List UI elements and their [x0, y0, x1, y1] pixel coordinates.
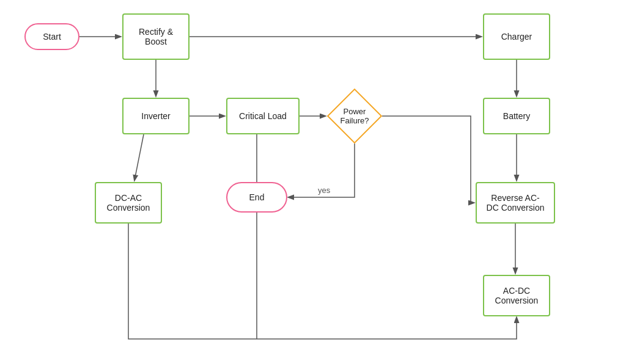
reverse-ac-dc-node: Reverse AC- DC Conversion [476, 182, 555, 224]
power-failure-node: Power Failure? [327, 89, 382, 144]
dc-ac-node: DC-AC Conversion [95, 182, 162, 224]
rectify-boost-node: Rectify & Boost [122, 13, 190, 60]
arrow-inverter-dcac [134, 134, 144, 180]
battery-node: Battery [483, 98, 550, 134]
start-node: Start [24, 23, 79, 50]
ac-dc-label: AC-DC Conversion [495, 286, 539, 305]
arrow-power-battery-path [382, 116, 474, 203]
flowchart-diagram: yes Start Rectify & Boost Charger Invert… [0, 0, 626, 364]
inverter-node: Inverter [122, 98, 190, 134]
rectify-boost-label: Rectify & Boost [139, 27, 173, 46]
arrow-power-end [289, 144, 355, 197]
dc-ac-label: DC-AC Conversion [107, 193, 150, 213]
charger-node: Charger [483, 13, 550, 60]
inverter-label: Inverter [141, 111, 170, 121]
critical-load-node: Critical Load [226, 98, 300, 134]
charger-label: Charger [501, 32, 532, 42]
ac-dc-node: AC-DC Conversion [483, 275, 550, 316]
reverse-ac-dc-label: Reverse AC- DC Conversion [487, 193, 545, 213]
critical-load-label: Critical Load [239, 111, 287, 121]
yes-label: yes [318, 186, 331, 195]
end-node: End [226, 182, 287, 213]
battery-label: Battery [503, 111, 530, 121]
power-failure-label: Power Failure? [327, 89, 382, 144]
end-label: End [249, 192, 265, 202]
arrow-bottom-path [128, 224, 517, 339]
start-label: Start [43, 32, 61, 42]
